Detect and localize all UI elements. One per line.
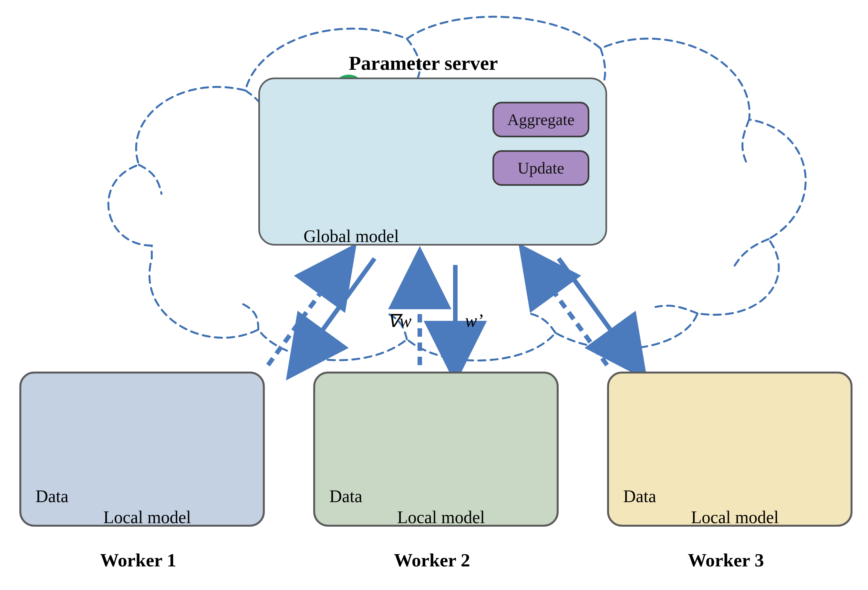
global-model-caption: Global model: [304, 226, 399, 246]
server-panel: Aggregate Update: [258, 78, 607, 245]
worker2-title: Worker 2: [394, 549, 470, 571]
worker3-title: Worker 3: [688, 549, 764, 571]
arrow-worker1-down: [297, 259, 375, 365]
diagram-stage: Parameter server Aggregate Update Global…: [0, 0, 868, 590]
worker3-data-label: Data: [623, 486, 656, 506]
weights-down-label: w’: [465, 310, 483, 331]
update-pill: Update: [492, 150, 589, 186]
worker1-data-label: Data: [35, 486, 68, 506]
server-title: Parameter server: [349, 52, 498, 75]
update-label: Update: [494, 159, 588, 177]
worker3-model-caption: Local model: [691, 507, 779, 527]
worker2-model-caption: Local model: [397, 507, 485, 527]
gradient-up-label: ∇w: [388, 310, 411, 331]
aggregate-pill: Aggregate: [492, 102, 589, 138]
worker1-model-caption: Local model: [103, 507, 191, 527]
aggregate-label: Aggregate: [494, 110, 588, 129]
worker1-title: Worker 1: [100, 549, 176, 571]
worker2-data-label: Data: [329, 486, 362, 506]
